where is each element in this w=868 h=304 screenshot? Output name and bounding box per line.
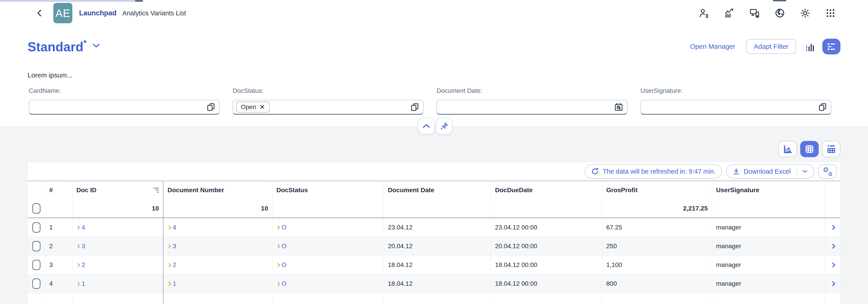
token-remove-icon[interactable]: ✕ [259,104,265,110]
doc-id-link[interactable]: 3 [82,243,85,250]
document-date-input[interactable] [436,100,627,115]
app-logo[interactable]: AE [53,3,72,23]
column-filter-icon[interactable] [153,188,159,193]
card-name-input[interactable] [29,100,220,115]
column-user-signature[interactable]: UserSignature [712,181,825,199]
doc-status-link[interactable]: O [282,280,287,287]
token-label: Open [241,103,256,111]
chevron-left-icon [35,8,44,18]
table-row[interactable]: 3 2 2 O 18.04.12 18.04.12 00:00 1,100 ma… [28,256,840,274]
devices-button[interactable] [749,8,760,18]
document-number-link[interactable]: 3 [173,243,176,250]
doc-due-date-cell: 20.04.12 00:00 [491,237,602,256]
column-document-date[interactable]: Document Date [384,181,491,199]
column-doc-id[interactable]: Doc ID [72,181,163,199]
user-signature-input[interactable] [640,100,831,115]
doc-status-token[interactable]: Open ✕ [236,102,270,112]
visual-filter-bar-button[interactable] [804,40,816,53]
table-header-row: # Doc ID Document Number DocStatus Docum… [28,181,840,199]
gros-profit-cell: 250 [602,237,712,256]
trend-chart-button[interactable] [724,8,735,18]
globe-button[interactable] [775,8,785,18]
app-grid-button[interactable] [825,8,836,18]
user-account-button[interactable] [699,8,709,18]
document-date-cell: 18.04.12 [384,274,491,293]
doc-id-link[interactable]: 4 [82,224,85,231]
refresh-icon [591,167,599,175]
doc-id-link[interactable]: 1 [82,280,85,287]
column-label: Doc ID [76,187,96,194]
chevron-up-icon [423,123,430,129]
trend-chart-icon [724,8,735,18]
value-help-icon[interactable] [206,102,216,112]
download-excel-button[interactable]: Download Excel [726,164,814,179]
doc-status-link[interactable]: O [282,261,287,269]
totals-navigation-cell [825,199,840,217]
doc-id-link[interactable]: 2 [82,261,85,269]
table-row[interactable]: 4 1 1 O 18.04.12 18.04.12 00:00 800 mana… [28,274,840,293]
doc-status-input[interactable]: Open ✕ [232,100,424,115]
column-document-number[interactable]: Document Number [163,181,272,199]
document-date-cell: 23.04.12 [384,218,491,237]
table-card: The data will be refreshed in: 9:47 min.… [28,162,840,304]
expand-chevron-icon [76,226,80,230]
window-artifact-strip [0,0,135,2]
view-switcher [778,141,840,157]
app-logo-initials: AE [55,7,70,20]
variant-selector[interactable]: Standard* [28,40,100,53]
row-navigation-chevron-icon[interactable] [830,263,835,268]
chevron-down-icon [802,169,808,173]
document-number-link[interactable]: 4 [173,224,176,231]
filter-fields-button[interactable] [822,39,840,55]
doc-status-link[interactable]: O [282,224,287,231]
column-doc-status[interactable]: DocStatus [272,181,384,199]
back-button[interactable] [34,8,45,19]
value-help-icon[interactable] [818,102,827,112]
totals-gros-profit: 2,217.25 [602,199,712,217]
date-picker-icon[interactable] [614,102,623,112]
row-checkbox[interactable] [32,260,40,270]
chart-table-icon [826,144,836,154]
app-name: Launchpad [79,9,116,17]
filter-card-name: CardName: [29,87,220,115]
bar-chart-icon [804,41,816,52]
table-row[interactable]: 2 3 3 O 20.04.12 20.04.12 00:00 250 mana… [28,237,840,256]
column-doc-due-date[interactable]: DocDueDate [491,181,602,199]
document-date-cell: 18.04.12 [384,256,491,274]
row-navigation-chevron-icon[interactable] [830,225,835,230]
collapse-filter-bar-button[interactable] [418,118,435,134]
row-checkbox[interactable] [32,278,40,289]
table-row[interactable]: 1 4 4 O 23.04.12 23.04.12 00:00 67.25 ma… [28,218,840,237]
document-date-label: Document Date: [436,87,627,94]
pin-filter-bar-button[interactable] [436,118,453,134]
adapt-filter-button[interactable]: Adapt Filter [746,39,796,54]
theme-sun-button[interactable] [800,8,810,18]
variant-title: Standard* [28,40,87,53]
open-manager-link[interactable]: Open Manager [690,43,735,50]
chart-table-view-button[interactable] [822,141,840,157]
column-index[interactable]: # [45,181,72,199]
column-gros-profit[interactable]: GrosProfit [602,181,712,199]
user-signature-label: UserSignature: [640,87,831,94]
refresh-button[interactable]: The data will be refreshed in: 9:47 min. [585,164,722,179]
filter-user-signature: UserSignature: [640,87,831,115]
table-settings-button[interactable]: ⚙ ⚙ [818,164,837,179]
doc-status-link[interactable]: O [282,243,287,250]
chart-view-button[interactable] [778,141,797,157]
document-number-link[interactable]: 1 [173,280,176,287]
value-help-icon[interactable] [410,102,420,112]
row-checkbox[interactable] [32,241,40,251]
select-all-checkbox[interactable] [32,203,40,214]
totals-doc-due-date [491,199,602,217]
row-checkbox[interactable] [32,222,40,233]
download-excel-label: Download Excel [744,168,791,175]
page-title: Analytics Variants List [122,9,186,17]
divider [797,167,797,176]
row-navigation-chevron-icon[interactable] [830,281,835,286]
document-number-link[interactable]: 2 [173,261,176,269]
row-index: 3 [45,256,72,274]
user-signature-cell: manager [712,256,825,274]
table-view-button[interactable] [800,141,819,157]
table-toolbar: The data will be refreshed in: 9:47 min.… [28,162,840,181]
row-navigation-chevron-icon[interactable] [830,244,835,249]
